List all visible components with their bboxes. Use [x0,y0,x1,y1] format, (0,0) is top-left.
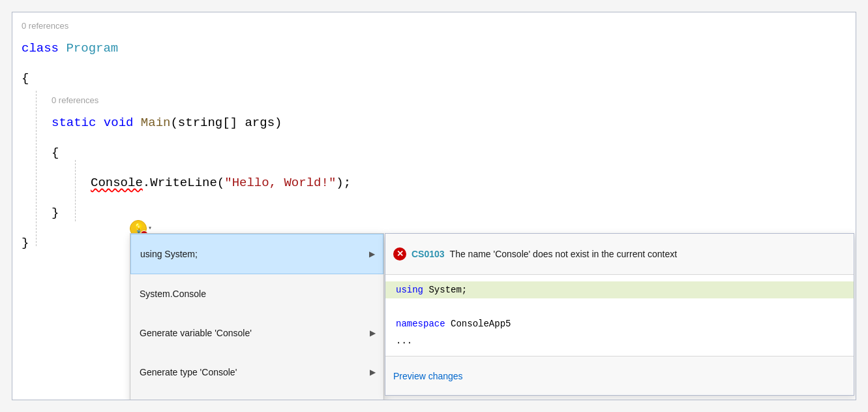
brace-open-inner: { [52,138,59,168]
code-editor-area: 0 references class Program { 0 reference… [12,12,856,264]
error-detail-popup: ✕ CS0103 The name 'Console' does not exi… [385,233,854,396]
menu-item-change-console[interactable]: Change 'Console' to 'ConsoleApp5'. [130,392,383,400]
console-text: Console [91,168,143,198]
namespace-name-preview: ConsoleApp5 [451,319,511,329]
brace-close-outer-text: } [22,228,29,258]
class-name-space [59,33,66,63]
class-declaration-line: class Program [12,33,856,63]
close-paren-semi: ); [336,168,351,198]
writeline-text: .WriteLine( [143,168,224,198]
system-text-preview: System; [428,285,467,295]
submenu-arrow-icon: ▶ [369,239,375,269]
class-name: Program [66,33,118,63]
menu-item-system-console-label: System.Console [140,279,206,309]
inner-brace-open: { [12,138,856,168]
method-references-label: 0 references [12,93,856,108]
submenu-arrow-generate-type-icon: ▶ [370,357,376,387]
preview-code-area: using System; namespace ConsoleApp5 ... [385,275,854,356]
error-code-label: CS0103 [412,239,445,269]
outer-brace-open: { [12,63,856,93]
error-circle-icon: ✕ [393,247,406,261]
class-keyword: class [22,33,59,63]
space1 [96,108,103,138]
error-header: ✕ CS0103 The name 'Console' does not exi… [385,234,854,275]
code-editor-window: 0 references class Program { 0 reference… [12,12,856,400]
menu-item-using-system-label: using System; [140,239,198,269]
menu-item-generate-variable[interactable]: Generate variable 'Console' ▶ [130,313,383,353]
menu-item-using-system[interactable]: using System; ▶ [130,234,383,274]
menu-item-generate-type-label: Generate type 'Console' [140,357,237,387]
submenu-arrow-generate-var-icon: ▶ [370,318,376,348]
preview-line-2 [385,298,854,315]
string-literal: "Hello, World!" [224,168,336,198]
menu-item-generate-variable-label: Generate variable 'Console' [140,318,252,348]
preview-line-3: namespace ConsoleApp5 [385,315,854,332]
class-references-label: 0 references [12,19,856,33]
quick-actions-menu[interactable]: using System; ▶ System.Console Generate … [130,233,384,400]
using-keyword-preview: using [396,285,423,295]
error-message-text: The name 'Console' does not exist in the… [450,239,678,269]
main-method-name: Main [141,108,171,138]
space2 [133,108,140,138]
menu-item-system-console[interactable]: System.Console [130,274,383,313]
brace-close-inner-text: } [52,198,59,228]
namespace-keyword-preview: namespace [396,319,445,329]
console-writeline-line: Console .WriteLine( "Hello, World!" ); [12,168,856,198]
preview-changes-link[interactable]: Preview changes [393,371,463,381]
void-keyword: void [104,108,134,138]
static-keyword: static [52,108,96,138]
preview-line-1: using System; [385,281,854,298]
menu-item-change-console-label: Change 'Console' to 'ConsoleApp5'. [140,396,284,400]
method-declaration-line: static void Main (string[] args) [12,108,856,138]
preview-footer: Preview changes [385,356,854,395]
menu-item-generate-type[interactable]: Generate type 'Console' ▶ [130,353,383,392]
preview-line-4: ... [385,332,854,349]
brace-open-outer: { [22,63,29,93]
method-params: (string[] args) [170,108,282,138]
